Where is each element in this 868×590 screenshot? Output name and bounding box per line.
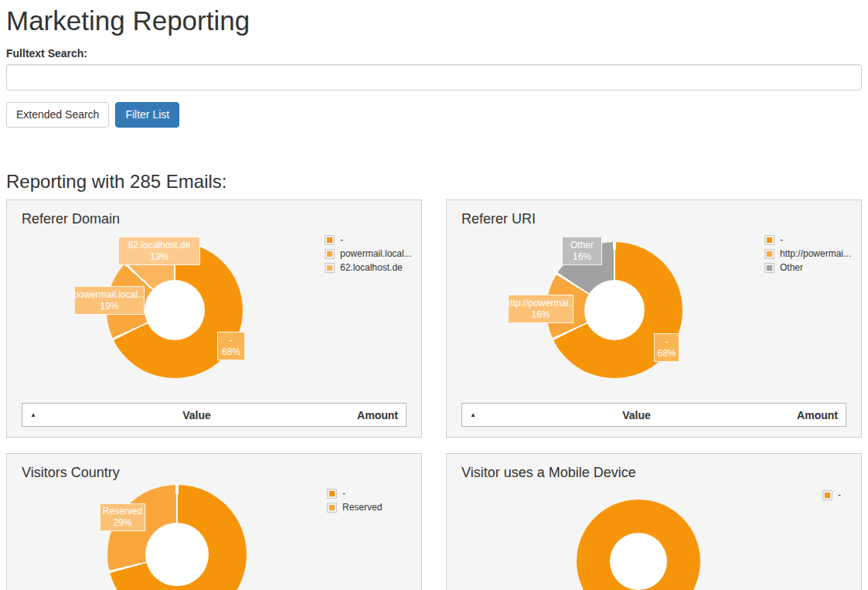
page-title: Marketing Reporting xyxy=(6,6,862,36)
legend-item[interactable]: - xyxy=(823,489,841,500)
chart-legend: - http://powermai... Other xyxy=(765,234,851,276)
panel-title: Referer Domain xyxy=(22,211,120,227)
sort-ascending-icon[interactable]: ▲ xyxy=(462,411,476,418)
button-row: Extended Search Filter List xyxy=(6,102,862,128)
legend-swatch xyxy=(325,264,334,272)
legend-swatch xyxy=(765,250,774,258)
sort-ascending-icon[interactable]: ▲ xyxy=(22,411,36,418)
page-container: Marketing Reporting Fulltext Search: Ext… xyxy=(6,6,862,590)
filter-list-button[interactable]: Filter List xyxy=(115,102,179,128)
slice-label: http://powermai... 16% xyxy=(508,295,574,323)
extended-search-button[interactable]: Extended Search xyxy=(6,102,109,128)
panel-title: Visitor uses a Mobile Device xyxy=(461,465,636,481)
panel-visitors-country: Visitors Country Reserved 29% - Reserved… xyxy=(6,453,422,590)
panel-referer-uri: Referer URI Other 16% http://powermai...… xyxy=(446,200,862,438)
table-header: ▲ Value Amount xyxy=(461,403,846,427)
slice-label: 62.localhost.de 13% xyxy=(118,237,200,265)
legend-item[interactable]: http://powermai... xyxy=(765,248,851,259)
legend-swatch xyxy=(823,491,832,500)
column-header-value[interactable]: Value xyxy=(476,409,797,421)
donut-hole xyxy=(145,523,209,586)
chart-legend: - Reserved xyxy=(328,488,382,516)
panel-title: Referer URI xyxy=(461,211,536,227)
reporting-grid: Referer Domain 62.localhost.de 13% power… xyxy=(6,200,862,590)
column-header-value[interactable]: Value xyxy=(36,409,357,421)
panel-referer-domain: Referer Domain 62.localhost.de 13% power… xyxy=(6,200,422,438)
legend-item[interactable]: - xyxy=(328,488,382,499)
panel-title: Visitors Country xyxy=(22,465,120,481)
donut-hole xyxy=(145,280,205,340)
legend-item[interactable]: Other xyxy=(765,262,851,273)
legend-swatch xyxy=(325,250,334,258)
slice-label: - 68% xyxy=(217,332,245,360)
chart-legend: - xyxy=(823,489,841,503)
legend-item[interactable]: - xyxy=(765,234,851,245)
slice-label: powermail.local... 19% xyxy=(74,286,145,315)
slice-label: - 68% xyxy=(654,333,679,362)
column-header-amount[interactable]: Amount xyxy=(357,409,406,421)
legend-item[interactable]: - xyxy=(325,234,412,245)
fulltext-search-input[interactable] xyxy=(6,64,862,90)
legend-swatch xyxy=(765,236,774,244)
slice-label: Reserved 29% xyxy=(100,503,145,531)
legend-item[interactable]: powermail.local... xyxy=(325,248,412,259)
column-header-amount[interactable]: Amount xyxy=(797,409,846,421)
fulltext-search-label: Fulltext Search: xyxy=(6,47,862,60)
donut-hole xyxy=(584,280,645,340)
donut-hole xyxy=(610,533,667,590)
legend-item[interactable]: 62.localhost.de xyxy=(325,262,412,273)
table-header: ▲ Value Amount xyxy=(22,403,407,427)
legend-swatch xyxy=(765,264,774,272)
chart-legend: - powermail.local... 62.localhost.de xyxy=(325,234,412,276)
legend-swatch xyxy=(328,503,336,512)
legend-swatch xyxy=(328,489,336,498)
legend-item[interactable]: Reserved xyxy=(328,502,382,513)
legend-swatch xyxy=(325,236,334,244)
slice-label: Other 16% xyxy=(562,237,602,265)
panel-visitor-mobile-device: Visitor uses a Mobile Device - ▲ Value A… xyxy=(446,453,862,590)
reporting-heading: Reporting with 285 Emails: xyxy=(6,171,862,193)
